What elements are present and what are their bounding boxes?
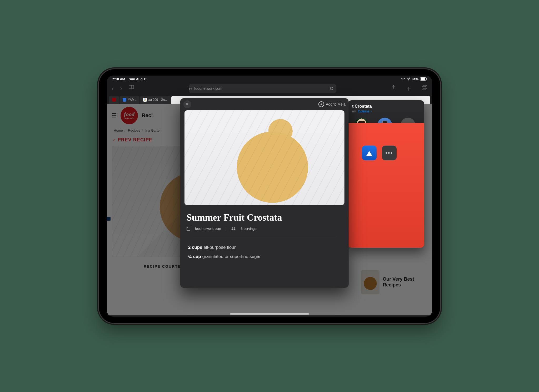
address-bar[interactable]: foodnetwork.com xyxy=(189,84,336,93)
mela-sheet: ✕ + Add to Mela Summer Fruit Crostata fo… xyxy=(180,98,349,288)
reload-icon[interactable] xyxy=(330,86,334,91)
menu-icon[interactable]: ☰ xyxy=(112,112,117,119)
add-label: Add to Mela xyxy=(326,102,346,106)
favicon-icon xyxy=(123,98,126,102)
crumb-link[interactable]: Recipes xyxy=(128,128,140,132)
servings-icon xyxy=(231,227,236,231)
svg-point-10 xyxy=(232,227,233,229)
share-options-link[interactable]: Options › xyxy=(358,109,372,113)
battery-icon xyxy=(420,77,427,81)
share-icon[interactable] xyxy=(391,85,396,92)
share-app[interactable]: ela xyxy=(353,146,357,165)
tab-label: aa 209 - Go... xyxy=(148,98,168,102)
location-icon xyxy=(407,77,410,81)
recipe-source: foodnetwork.com xyxy=(195,227,221,231)
svg-rect-9 xyxy=(187,227,188,228)
recipe-photo xyxy=(184,110,345,205)
tab-label: YAML xyxy=(128,98,136,102)
crumb-link[interactable]: Ina Garten xyxy=(145,128,161,132)
status-date: Sun Aug 15 xyxy=(129,77,147,81)
tabs-icon[interactable] xyxy=(422,85,427,92)
svg-rect-8 xyxy=(187,227,190,231)
divider xyxy=(193,238,336,238)
recipe-title: Summer Fruit Crostata xyxy=(187,212,342,223)
ingredient-row: 2 cups all-purpose flour xyxy=(188,243,341,252)
app-icon xyxy=(362,146,377,160)
site-logo[interactable]: foodnetwork xyxy=(121,107,138,124)
ingredient-row: ¼ cup granulated or superfine sugar xyxy=(188,252,341,261)
lock-icon xyxy=(189,87,192,90)
safari-toolbar: ‹ › foodnetwork.com xyxy=(107,82,432,96)
share-subtitle: om xyxy=(352,110,357,113)
home-indicator[interactable] xyxy=(230,313,309,315)
close-button[interactable]: ✕ xyxy=(183,100,191,108)
svg-rect-3 xyxy=(189,88,192,90)
crumb-link[interactable]: Home xyxy=(114,128,123,132)
nav-label[interactable]: Reci xyxy=(142,112,153,118)
edge-indicator xyxy=(107,217,111,221)
share-title: t Crostata xyxy=(352,104,420,109)
status-bar: 7:18 AM Sun Aug 15 84% xyxy=(107,76,432,82)
recipe-meta: foodnetwork.com 6 servings xyxy=(187,227,342,231)
svg-rect-1 xyxy=(421,78,425,80)
promo-title: Our Very Best Recipes xyxy=(383,276,422,288)
address-host: foodnetwork.com xyxy=(194,86,222,91)
favicon-icon xyxy=(112,98,116,102)
app-icon xyxy=(348,123,424,248)
forward-button[interactable]: › xyxy=(120,85,122,92)
svg-rect-2 xyxy=(426,78,427,80)
share-sheet: t Crostata om Options › Federico Viticci… xyxy=(348,100,424,248)
svg-rect-5 xyxy=(422,86,426,90)
status-time: 7:18 AM xyxy=(112,77,125,81)
svg-point-11 xyxy=(234,227,235,229)
tab-item[interactable]: YAML xyxy=(119,96,139,104)
more-icon xyxy=(382,146,397,160)
battery-percent: 84% xyxy=(412,77,418,81)
ipad-frame: 7:18 AM Sun Aug 15 84% xyxy=(99,69,440,323)
bookmarks-icon[interactable] xyxy=(128,85,134,92)
wifi-icon xyxy=(401,77,405,81)
back-button[interactable]: ‹ xyxy=(112,85,114,92)
screen: 7:18 AM Sun Aug 15 84% xyxy=(107,76,432,317)
add-to-mela-button[interactable]: + Add to Mela xyxy=(318,101,346,107)
svg-rect-4 xyxy=(423,85,427,89)
sidebar-promo[interactable]: Our Very Best Recipes xyxy=(361,270,422,294)
recipe-servings: 6 servings xyxy=(241,227,256,231)
source-icon xyxy=(187,227,190,231)
plus-circle-icon: + xyxy=(318,101,324,107)
new-tab-icon[interactable]: ＋ xyxy=(405,85,412,92)
favicon-icon xyxy=(143,98,147,102)
ingredients-list: 2 cups all-purpose flour ¼ cup granulate… xyxy=(188,243,341,261)
promo-thumb xyxy=(361,270,380,294)
tab-item[interactable] xyxy=(109,96,119,104)
tab-item[interactable]: aa 209 - Go... xyxy=(140,96,171,104)
